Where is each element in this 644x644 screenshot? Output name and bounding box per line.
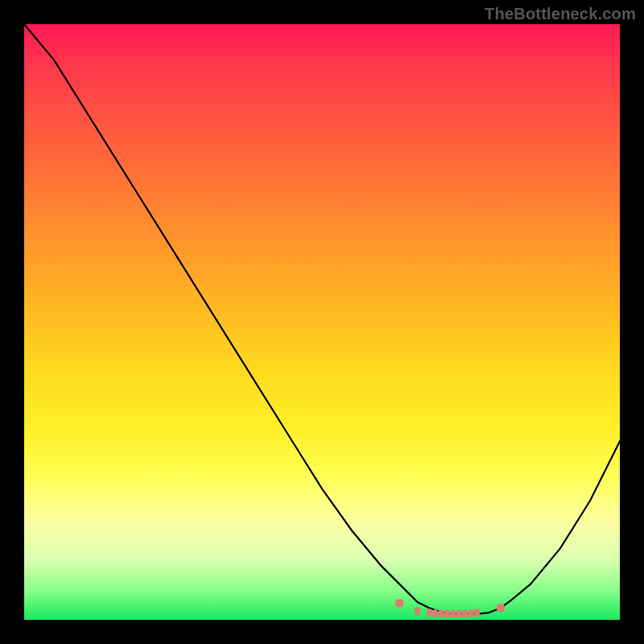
bottom-markers-group <box>395 599 505 617</box>
marker-dot <box>462 610 468 618</box>
marker-dot <box>456 610 462 618</box>
marker-dot <box>432 609 438 617</box>
marker-dot <box>474 609 480 617</box>
marker-dot <box>444 610 450 618</box>
plot-area <box>24 24 620 620</box>
chart-container: TheBottleneck.com <box>0 0 644 644</box>
marker-dot <box>469 609 474 617</box>
marker-dot <box>439 609 444 617</box>
curve-layer <box>24 24 620 620</box>
bottleneck-curve <box>24 24 620 614</box>
marker-dot <box>427 609 432 617</box>
marker-dot <box>497 604 505 612</box>
marker-dot <box>415 607 420 615</box>
marker-dot <box>395 599 403 607</box>
marker-dot <box>450 610 456 618</box>
watermark-text: TheBottleneck.com <box>485 5 636 23</box>
